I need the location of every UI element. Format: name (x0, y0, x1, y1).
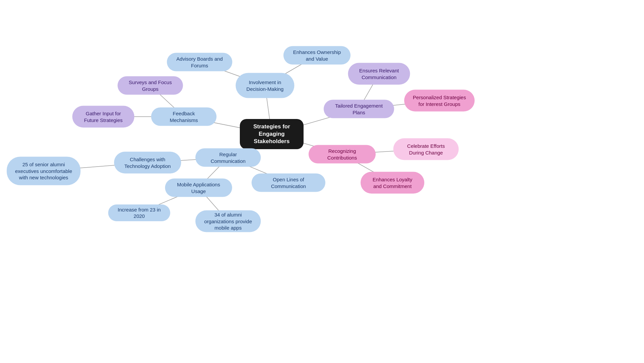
node-advisory-boards[interactable]: Advisory Boards and Forums (167, 53, 232, 71)
node-involvement[interactable]: Involvement in Decision-Making (236, 73, 294, 98)
node-enhances-ownership[interactable]: Enhances Ownership and Value (283, 46, 351, 65)
node-feedback[interactable]: Feedback Mechanisms (151, 108, 217, 126)
center-node[interactable]: Strategies for Engaging Stakeholders (240, 119, 304, 149)
node-mobile-apps[interactable]: Mobile Applications Usage (165, 179, 232, 197)
node-gather-input[interactable]: Gather Input for Future Strategies (72, 106, 135, 128)
node-34-alumni[interactable]: 34 of alumni organizations provide mobil… (196, 210, 261, 232)
node-personalized[interactable]: Personalized Strategies for Interest Gro… (404, 90, 475, 112)
node-recognizing[interactable]: Recognizing Contributions (309, 145, 376, 164)
node-surveys[interactable]: Surveys and Focus Groups (118, 76, 183, 95)
node-ensures-relevant[interactable]: Ensures Relevant Communication (348, 63, 410, 85)
node-celebrate[interactable]: Celebrate Efforts During Change (393, 138, 459, 160)
node-25-senior[interactable]: 25 of senior alumni executives uncomfort… (7, 157, 80, 185)
node-open-lines[interactable]: Open Lines of Communication (252, 174, 325, 192)
mindmap-container: Strategies for Engaging StakeholdersInvo… (0, 0, 644, 363)
node-enhances-loyalty[interactable]: Enhances Loyalty and Commitment (361, 172, 424, 194)
node-increase-23[interactable]: Increase from 23 in 2020 (108, 204, 170, 221)
node-tailored[interactable]: Tailored Engagement Plans (324, 100, 394, 118)
node-regular-comm[interactable]: Regular Communication (196, 148, 261, 167)
node-challenges[interactable]: Challenges with Technology Adoption (114, 152, 181, 174)
